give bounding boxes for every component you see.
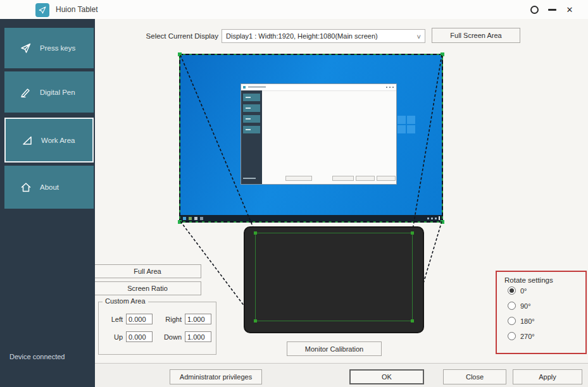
radio-icon <box>508 332 516 340</box>
rotate-option-270[interactable]: 270° <box>508 332 585 340</box>
custom-area-group: Custom Area Left Right Up Down <box>98 302 216 355</box>
radio-icon <box>508 286 516 295</box>
mini-sidebar-item <box>243 104 260 112</box>
left-field[interactable] <box>126 314 153 324</box>
settings-icon[interactable] <box>526 0 542 19</box>
up-field[interactable] <box>126 331 153 342</box>
sidebar: Press keys Digital Pen Work Area About D… <box>0 19 95 387</box>
full-area-button[interactable]: Full Area <box>94 264 201 278</box>
sidebar-item-press-keys[interactable]: Press keys <box>4 28 94 68</box>
tablet-corner-handle <box>254 231 257 235</box>
triangle-icon <box>21 134 34 147</box>
monitor-calibration-button[interactable]: Monitor Calibration <box>287 341 382 356</box>
display-dropdown[interactable]: Display1 : Width:1920, Height:1080(Main … <box>222 29 425 43</box>
up-field-label: Up <box>104 333 123 341</box>
sidebar-item-label: Press keys <box>40 44 75 52</box>
mini-sidebar-item <box>243 126 260 133</box>
sidebar-item-digital-pen[interactable]: Digital Pen <box>4 71 94 113</box>
footer-bar: Administrator privileges OK Close Apply <box>95 363 588 387</box>
monitor-corner-handle <box>441 220 444 224</box>
mini-taskbar-tray <box>427 216 440 220</box>
select-display-label: Select Current Display <box>117 29 218 43</box>
home-icon <box>20 181 32 194</box>
monitor-corner-handle <box>178 52 182 56</box>
rotate-option-label: 180° <box>520 317 535 325</box>
mini-window-controls <box>386 87 394 88</box>
mini-taskbar <box>180 215 442 221</box>
mini-app-window <box>241 83 397 185</box>
sidebar-item-label: Work Area <box>41 137 75 144</box>
huion-tablet-window: { "window": { "title": "Huion Tablet" },… <box>0 0 588 387</box>
apply-button[interactable]: Apply <box>513 369 582 384</box>
mini-button <box>332 176 354 181</box>
titlebar: Huion Tablet ✕ <box>0 0 588 19</box>
mini-taskbar-icons <box>183 217 203 220</box>
pen-icon <box>20 86 32 99</box>
close-icon[interactable]: ✕ <box>561 0 578 19</box>
screen-ratio-button[interactable]: Screen Ratio <box>94 281 201 295</box>
mini-button <box>377 176 396 181</box>
ok-button[interactable]: OK <box>349 369 424 384</box>
mini-sidebar-item <box>243 94 260 101</box>
sidebar-item-label: About <box>40 183 59 191</box>
tablet-active-area <box>255 233 413 321</box>
tablet-corner-handle <box>411 231 414 235</box>
right-field[interactable] <box>185 314 211 324</box>
tablet-preview <box>244 226 424 333</box>
mini-status-text <box>243 178 256 179</box>
windows-logo-icon <box>397 116 415 133</box>
app-logo-icon <box>35 3 49 17</box>
device-status: Device connected <box>9 353 65 360</box>
rotate-option-label: 270° <box>520 333 535 340</box>
radio-icon <box>508 317 516 325</box>
close-button[interactable]: Close <box>443 369 506 384</box>
sidebar-item-work-area[interactable]: Work Area <box>4 118 94 163</box>
mini-titlebar <box>241 84 396 91</box>
app-title: Huion Tablet <box>56 0 98 19</box>
mini-app-title <box>248 86 266 88</box>
display-dropdown-value: Display1 : Width:1920, Height:1080(Main … <box>226 32 378 40</box>
mini-app-logo-icon <box>243 86 246 89</box>
rotate-settings-title: Rotate settings <box>504 276 585 284</box>
radio-icon <box>508 302 516 310</box>
mini-button <box>285 176 312 181</box>
mini-button <box>356 176 375 181</box>
chevron-down-icon: ˅ <box>417 30 421 43</box>
custom-area-title: Custom Area <box>103 297 148 305</box>
rotate-option-180[interactable]: 180° <box>508 317 585 325</box>
tablet-corner-handle <box>254 319 257 322</box>
full-screen-area-button[interactable]: Full Screen Area <box>432 28 520 43</box>
rotate-option-0[interactable]: 0° <box>508 286 585 295</box>
mini-sidebar <box>241 90 262 184</box>
administrator-privileges-button[interactable]: Administrator privileges <box>170 369 262 384</box>
tablet-corner-handle <box>411 319 414 322</box>
mini-sidebar-item <box>243 115 260 123</box>
minimize-icon[interactable] <box>544 0 560 19</box>
monitor-corner-handle <box>178 220 182 224</box>
monitor-corner-handle <box>441 52 444 56</box>
rotate-settings-group: Rotate settings 0° 90° 180° 270° <box>496 271 587 354</box>
sidebar-item-about[interactable]: About <box>4 166 94 209</box>
rotate-option-label: 90° <box>520 302 531 310</box>
right-field-label: Right <box>159 316 182 323</box>
down-field-label: Down <box>159 333 182 341</box>
down-field[interactable] <box>185 331 211 342</box>
left-field-label: Left <box>104 316 123 323</box>
rotate-option-label: 0° <box>520 287 527 295</box>
rotate-option-90[interactable]: 90° <box>508 302 585 310</box>
sidebar-item-label: Digital Pen <box>40 89 75 96</box>
paper-plane-icon <box>20 42 32 54</box>
monitor-preview <box>179 54 443 223</box>
